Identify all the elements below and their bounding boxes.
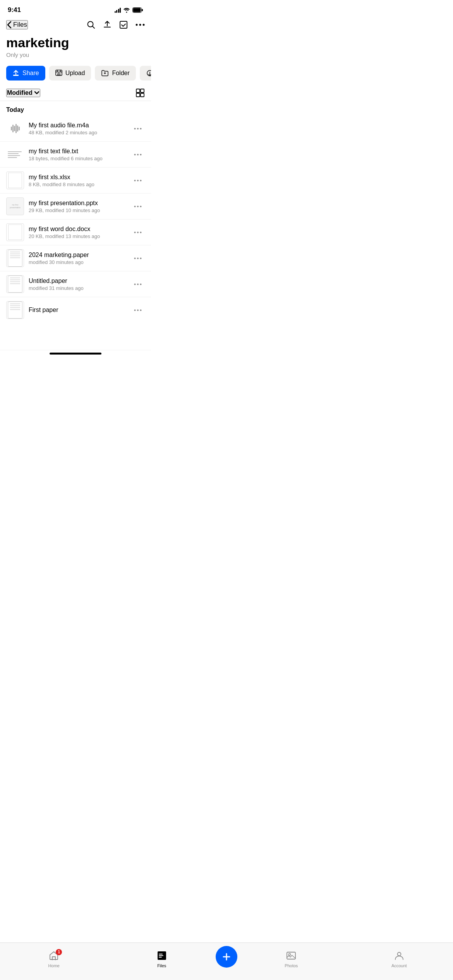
more-button[interactable] <box>136 24 145 26</box>
list-item: my first xls.xlsx 8 KB, modified 8 minut… <box>0 168 151 194</box>
svg-rect-13 <box>141 89 144 93</box>
more-icon <box>134 154 142 156</box>
file-meta: 20 KB, modified 13 minutes ago <box>29 233 126 239</box>
file-info: my first word doc.docx 20 KB, modified 1… <box>29 226 126 239</box>
svg-rect-4 <box>104 27 111 27</box>
file-more-button[interactable] <box>131 256 145 261</box>
file-more-button[interactable] <box>131 204 145 209</box>
share-button[interactable]: Share <box>6 66 45 81</box>
sort-row: Modified <box>0 84 151 101</box>
file-info: Untitled.paper modified 31 minutes ago <box>29 278 126 291</box>
file-info: 2024 marketing.paper modified 30 minutes… <box>29 252 126 265</box>
file-icon-docx <box>6 223 24 241</box>
text-lines-icon <box>6 149 24 160</box>
svg-point-34 <box>134 283 136 285</box>
back-icon <box>7 21 12 29</box>
more-icon <box>134 283 142 285</box>
file-more-button[interactable] <box>131 178 145 183</box>
svg-point-37 <box>134 309 136 311</box>
svg-rect-12 <box>136 89 140 93</box>
section-header-today: Today <box>0 101 151 116</box>
file-list: My first audio file.m4a 48 KB, modified … <box>0 116 151 350</box>
file-name: 2024 marketing.paper <box>29 252 126 259</box>
list-item: my first word doc.docx 20 KB, modified 1… <box>0 219 151 245</box>
list-item: my first presentation my first presentat… <box>0 194 151 219</box>
svg-point-35 <box>137 283 139 285</box>
svg-point-17 <box>137 128 139 129</box>
upload-icon <box>103 21 112 29</box>
file-info: my first presentation.pptx 29 KB, modifi… <box>29 200 126 213</box>
offline-icon <box>146 70 151 77</box>
paper-document-icon <box>8 276 22 293</box>
grid-icon <box>136 88 145 98</box>
file-name: Untitled.paper <box>29 278 126 284</box>
paper-document-icon <box>8 250 22 267</box>
file-icon-paper3 <box>6 301 24 319</box>
file-info: My first audio file.m4a 48 KB, modified … <box>29 122 126 135</box>
file-name: my first presentation.pptx <box>29 200 126 207</box>
folder-button[interactable]: Folder <box>95 66 136 81</box>
file-more-button[interactable] <box>131 152 145 157</box>
offline-button[interactable]: Offlin <box>140 66 151 81</box>
svg-point-39 <box>140 309 142 311</box>
svg-point-8 <box>143 24 145 26</box>
back-button[interactable]: Files <box>6 20 28 29</box>
svg-point-23 <box>137 180 139 181</box>
file-info: First paper <box>29 307 126 314</box>
file-icon-audio <box>6 120 24 137</box>
share-label: Share <box>22 70 39 77</box>
list-item: First paper <box>0 297 151 350</box>
svg-point-31 <box>134 257 136 259</box>
file-meta: 48 KB, modified 2 minutes ago <box>29 130 126 135</box>
home-indicator <box>50 353 101 355</box>
sort-label-text: Modified <box>7 89 33 96</box>
svg-point-21 <box>140 154 142 155</box>
page-title: marketing <box>6 36 145 50</box>
svg-point-26 <box>137 206 139 207</box>
sort-chevron-icon <box>34 91 39 95</box>
page-title-section: marketing Only you <box>0 33 151 60</box>
file-name: my first word doc.docx <box>29 226 126 233</box>
svg-point-32 <box>137 257 139 259</box>
paper-document-icon <box>8 302 22 319</box>
page-subtitle: Only you <box>6 51 145 58</box>
list-item: My first audio file.m4a 48 KB, modified … <box>0 116 151 142</box>
file-more-button[interactable] <box>131 308 145 313</box>
file-icon-paper <box>6 249 24 267</box>
svg-rect-1 <box>133 8 141 12</box>
file-meta: 8 KB, modified 8 minutes ago <box>29 182 126 187</box>
more-icon <box>134 206 142 207</box>
svg-point-28 <box>134 231 136 233</box>
nav-bar: Files <box>0 17 151 33</box>
action-buttons-row: Share Upload Folder Offlin <box>0 60 151 84</box>
file-name: my first xls.xlsx <box>29 174 126 181</box>
file-more-button[interactable] <box>131 230 145 235</box>
upload-action-button[interactable]: Upload <box>49 66 91 81</box>
file-info: my first text file.txt 18 bytes, modifie… <box>29 148 126 161</box>
sort-button[interactable]: Modified <box>6 89 40 97</box>
wifi-icon <box>123 7 130 13</box>
file-more-button[interactable] <box>131 282 145 287</box>
select-button[interactable] <box>119 21 128 29</box>
list-item: my first text file.txt 18 bytes, modifie… <box>0 142 151 168</box>
back-label: Files <box>13 21 27 29</box>
grid-view-button[interactable] <box>136 88 145 98</box>
select-icon <box>119 21 128 29</box>
file-name: my first text file.txt <box>29 148 126 155</box>
file-more-button[interactable] <box>131 126 145 131</box>
search-button[interactable] <box>87 21 95 29</box>
svg-rect-5 <box>120 21 127 28</box>
share-icon <box>12 70 19 77</box>
file-meta: 18 bytes, modified 6 minutes ago <box>29 156 126 161</box>
file-icon-paper2 <box>6 275 24 293</box>
svg-point-7 <box>139 24 141 26</box>
more-icon <box>136 24 145 26</box>
status-bar: 9:41 <box>0 0 151 17</box>
status-time: 9:41 <box>8 6 21 14</box>
status-icons <box>115 7 144 13</box>
file-meta: modified 31 minutes ago <box>29 285 126 291</box>
upload-button[interactable] <box>103 21 112 29</box>
file-icon-xlsx <box>6 171 24 189</box>
audio-waveform-icon <box>11 124 20 133</box>
battery-icon <box>132 7 143 13</box>
